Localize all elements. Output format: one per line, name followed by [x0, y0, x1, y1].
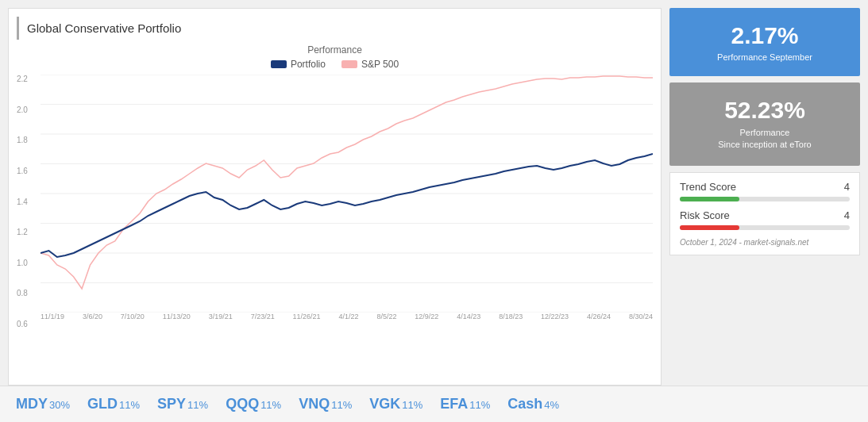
sp500-legend-color [341, 60, 357, 68]
chart-title: Performance [17, 44, 653, 56]
chart-svg-area [41, 75, 653, 313]
performance-inception-label: Performance Since inception at eToro [677, 127, 852, 152]
score-box: Trend Score 4 Risk Score 4 October 1, 20… [669, 172, 860, 255]
performance-september-box: 2.17% Performance September [669, 8, 860, 76]
performance-september-label: Performance September [677, 52, 852, 62]
page-title: Global Conservative Portfolio [17, 17, 653, 40]
ticker-spy-pct: 11% [187, 399, 208, 411]
ticker-spy: SPY 11% [157, 396, 208, 412]
trend-score-bar-fill [680, 197, 739, 201]
ticker-vgk: VGK 11% [369, 396, 422, 412]
ticker-qqq-name: QQQ [226, 396, 259, 412]
ticker-vgk-pct: 11% [402, 399, 422, 411]
risk-score-value: 4 [844, 209, 850, 221]
trend-score-header: Trend Score 4 [680, 181, 850, 193]
legend-portfolio: Portfolio [271, 59, 326, 70]
legend-sp500: S&P 500 [341, 59, 399, 70]
risk-score-bar-bg [680, 225, 850, 230]
portfolio-legend-label: Portfolio [291, 59, 326, 70]
ticker-cash-name: Cash [507, 396, 542, 412]
ticker-vnq-pct: 11% [331, 399, 352, 411]
ticker-efa-pct: 11% [469, 399, 490, 411]
ticker-spy-name: SPY [157, 396, 186, 412]
sp500-line [41, 76, 653, 289]
ticker-gld-name: GLD [87, 396, 118, 412]
ticker-gld: GLD 11% [87, 396, 140, 412]
date-label: October 1, 2024 - market-signals.net [680, 238, 850, 247]
ticker-vnq-name: VNQ [299, 396, 330, 412]
risk-score-label: Risk Score [680, 209, 730, 221]
chart-legend: Portfolio S&P 500 [17, 59, 653, 70]
ticker-cash-pct: 4% [544, 399, 559, 411]
portfolio-line [41, 154, 653, 257]
ticker-mdy: MDY 30% [16, 396, 70, 412]
trend-score-row: Trend Score 4 [680, 181, 850, 201]
ticker-gld-pct: 11% [119, 399, 140, 411]
ticker-efa: EFA 11% [440, 396, 490, 412]
ticker-mdy-pct: 30% [49, 399, 70, 411]
ticker-efa-name: EFA [440, 396, 468, 412]
trend-score-value: 4 [844, 181, 850, 193]
risk-score-header: Risk Score 4 [680, 209, 850, 221]
ticker-vnq: VNQ 11% [299, 396, 352, 412]
ticker-qqq-pct: 11% [260, 399, 281, 411]
risk-score-row: Risk Score 4 [680, 209, 850, 230]
performance-inception-box: 52.23% Performance Since inception at eT… [669, 82, 860, 166]
x-axis-labels: 11/1/19 3/6/20 7/10/20 11/13/20 3/19/21 … [41, 313, 653, 328]
chart-area: 2.2 2.0 1.8 1.6 1.4 1.2 1.0 0.8 0.6 [17, 75, 653, 328]
sp500-legend-label: S&P 500 [361, 59, 399, 70]
chart-svg [41, 75, 653, 313]
ticker-vgk-name: VGK [369, 396, 400, 412]
chart-panel: Global Conservative Portfolio Performanc… [8, 8, 662, 386]
ticker-cash: Cash 4% [507, 396, 559, 412]
right-panel: 2.17% Performance September 52.23% Perfo… [669, 8, 860, 386]
trend-score-label: Trend Score [680, 181, 736, 193]
ticker-mdy-name: MDY [16, 396, 48, 412]
performance-inception-value: 52.23% [677, 97, 852, 124]
portfolio-legend-color [271, 60, 287, 68]
bottom-bar: MDY 30% GLD 11% SPY 11% QQQ 11% VNQ 11% … [0, 386, 868, 422]
performance-september-value: 2.17% [677, 22, 852, 49]
risk-score-bar-fill [680, 225, 739, 230]
y-axis-labels: 2.2 2.0 1.8 1.6 1.4 1.2 1.0 0.8 0.6 [17, 75, 39, 328]
ticker-qqq: QQQ 11% [226, 396, 281, 412]
trend-score-bar-bg [680, 197, 850, 201]
